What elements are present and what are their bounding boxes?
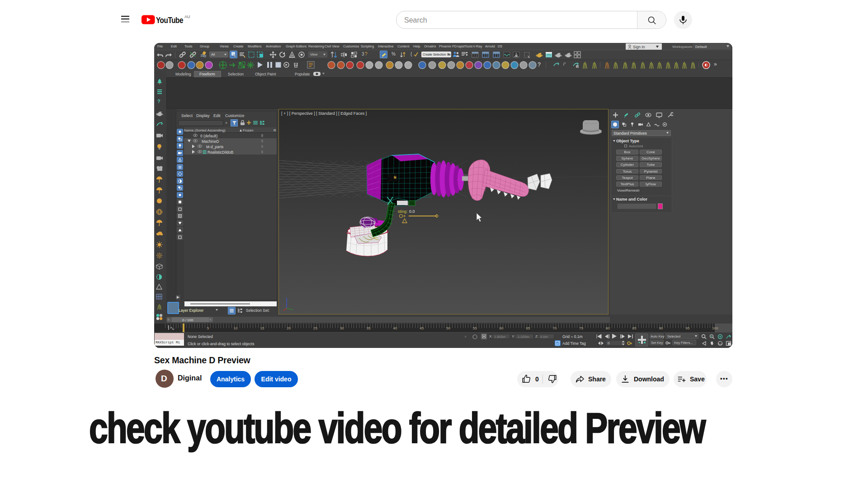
svg-text:YouTube: YouTube: [156, 16, 184, 25]
svg-text:sting:: sting:: [398, 209, 408, 214]
svg-text:AU: AU: [184, 15, 190, 19]
svg-text:0.0: 0.0: [409, 209, 415, 214]
